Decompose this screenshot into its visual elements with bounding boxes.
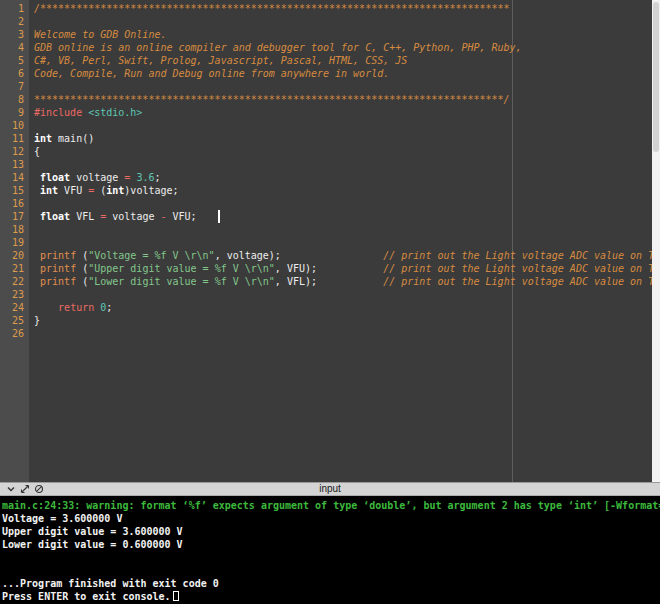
- line-number[interactable]: 20: [0, 249, 29, 262]
- code-line[interactable]: /***************************************…: [29, 2, 660, 15]
- line-number[interactable]: 16: [0, 197, 29, 210]
- code-line[interactable]: [29, 158, 660, 171]
- console-line: Voltage = 3.600000 V: [2, 512, 658, 525]
- code-line[interactable]: }: [29, 314, 660, 327]
- line-number[interactable]: 7: [0, 80, 29, 93]
- console-line: ...Program finished with exit code 0: [2, 577, 658, 590]
- scrollbar-thumb[interactable]: [653, 2, 659, 152]
- code-line[interactable]: float VFL = voltage - VFU;: [29, 210, 660, 223]
- code-editor[interactable]: 1234567891011121314151617181920212223242…: [0, 0, 660, 482]
- line-number[interactable]: 8: [0, 93, 29, 106]
- console-input-label: input: [0, 483, 660, 495]
- console-output[interactable]: main.c:24:33: warning: format ‘%f’ expec…: [0, 496, 660, 604]
- console-line: main.c:24:33: warning: format ‘%f’ expec…: [2, 499, 658, 512]
- line-number[interactable]: 15: [0, 184, 29, 197]
- line-number[interactable]: 26: [0, 327, 29, 340]
- code-line[interactable]: [29, 327, 660, 340]
- code-line[interactable]: [29, 197, 660, 210]
- editor-caret: [218, 210, 220, 223]
- line-number[interactable]: 22: [0, 275, 29, 288]
- line-number[interactable]: 10: [0, 119, 29, 132]
- code-line[interactable]: int main(): [29, 132, 660, 145]
- line-number[interactable]: 12: [0, 145, 29, 158]
- code-line[interactable]: [29, 288, 660, 301]
- line-number[interactable]: 18: [0, 223, 29, 236]
- code-line[interactable]: C#, VB, Perl, Swift, Prolog, Javascript,…: [29, 54, 660, 67]
- line-number[interactable]: 21: [0, 262, 29, 275]
- code-line[interactable]: GDB online is an online compiler and deb…: [29, 41, 660, 54]
- line-number[interactable]: 2: [0, 15, 29, 28]
- code-line[interactable]: printf ("Upper digit value = %f V \r\n",…: [29, 262, 660, 275]
- console-line: Upper digit value = 3.600000 V: [2, 525, 658, 538]
- code-line[interactable]: [29, 236, 660, 249]
- line-number[interactable]: 3: [0, 28, 29, 41]
- code-line[interactable]: [29, 119, 660, 132]
- line-number[interactable]: 19: [0, 236, 29, 249]
- code-line[interactable]: ****************************************…: [29, 93, 660, 106]
- code-line[interactable]: #include <stdio.h>: [29, 106, 660, 119]
- line-number[interactable]: 11: [0, 132, 29, 145]
- code-line[interactable]: printf ("Voltage = %f V \r\n", voltage);…: [29, 249, 660, 262]
- code-line[interactable]: Code, Compile, Run and Debug online from…: [29, 67, 660, 80]
- console-header: input: [0, 482, 660, 496]
- code-line[interactable]: printf ("Lower digit value = %f V \r\n",…: [29, 275, 660, 288]
- line-number[interactable]: 6: [0, 67, 29, 80]
- line-number[interactable]: 17: [0, 210, 29, 223]
- code-lines[interactable]: /***************************************…: [29, 2, 660, 482]
- code-line[interactable]: {: [29, 145, 660, 158]
- line-number[interactable]: 1: [0, 2, 29, 15]
- code-line[interactable]: float voltage = 3.6;: [29, 171, 660, 184]
- line-number[interactable]: 4: [0, 41, 29, 54]
- editor-scrollbar[interactable]: [652, 0, 660, 482]
- terminal-cursor: [173, 591, 179, 601]
- line-number[interactable]: 5: [0, 54, 29, 67]
- line-number[interactable]: 23: [0, 288, 29, 301]
- code-line[interactable]: [29, 15, 660, 28]
- line-number[interactable]: 25: [0, 314, 29, 327]
- line-number[interactable]: 13: [0, 158, 29, 171]
- console-line: Lower digit value = 0.600000 V: [2, 538, 658, 551]
- code-line[interactable]: [29, 223, 660, 236]
- code-line[interactable]: [29, 80, 660, 93]
- console-line: [2, 551, 658, 564]
- code-line[interactable]: Welcome to GDB Online.: [29, 28, 660, 41]
- line-number[interactable]: 9: [0, 106, 29, 119]
- code-line[interactable]: int VFU = (int)voltage;: [29, 184, 660, 197]
- line-number[interactable]: 24: [0, 301, 29, 314]
- line-number[interactable]: 14: [0, 171, 29, 184]
- console-line: [2, 564, 658, 577]
- code-line[interactable]: return 0;: [29, 301, 660, 314]
- gutter[interactable]: 1234567891011121314151617181920212223242…: [0, 0, 29, 482]
- console-line: Press ENTER to exit console.: [2, 590, 658, 603]
